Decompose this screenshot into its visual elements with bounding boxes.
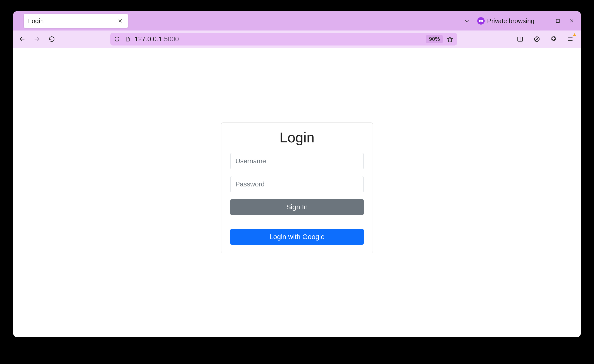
login-card: Login Sign In Login with Google	[221, 122, 373, 253]
toolbar-right-icons	[515, 34, 577, 45]
reader-view-icon[interactable]	[515, 34, 526, 45]
svg-marker-10	[447, 37, 453, 42]
browser-toolbar: 127.0.0.1:5000 90%	[13, 30, 581, 48]
login-google-button[interactable]: Login with Google	[230, 229, 364, 245]
address-port: :5000	[162, 35, 179, 43]
login-heading: Login	[230, 129, 364, 146]
notification-badge-icon	[573, 33, 576, 36]
nav-reload-button[interactable]	[46, 34, 57, 45]
browser-window: Login Private browsing	[13, 11, 581, 337]
private-browsing-indicator: Private browsing	[477, 17, 534, 25]
tab-strip: Login Private browsing	[13, 11, 581, 30]
window-minimize-button[interactable]	[540, 17, 548, 25]
tabs-dropdown-button[interactable]	[462, 16, 472, 26]
bookmark-star-icon[interactable]	[445, 34, 455, 44]
app-menu-button[interactable]	[565, 34, 576, 45]
page-viewport: Login Sign In Login with Google	[13, 48, 581, 337]
tab-title: Login	[28, 17, 44, 25]
window-maximize-button[interactable]	[554, 17, 562, 25]
signin-button[interactable]: Sign In	[230, 199, 364, 215]
window-close-button[interactable]	[567, 17, 576, 25]
tabstrip-right-controls: Private browsing	[462, 16, 578, 26]
extensions-icon[interactable]	[548, 34, 559, 45]
private-mask-icon	[477, 17, 485, 25]
page-info-icon[interactable]	[124, 35, 132, 43]
svg-point-14	[536, 38, 538, 40]
new-tab-button[interactable]	[132, 15, 143, 26]
close-tab-icon[interactable]	[117, 17, 124, 24]
private-browsing-label: Private browsing	[487, 17, 534, 25]
zoom-level-badge[interactable]: 90%	[426, 35, 443, 43]
password-input[interactable]	[230, 176, 364, 192]
nav-back-button[interactable]	[17, 34, 28, 45]
username-input[interactable]	[230, 153, 364, 169]
svg-rect-5	[556, 19, 560, 23]
address-bar[interactable]: 127.0.0.1:5000 90%	[110, 33, 457, 46]
browser-tab[interactable]: Login	[24, 14, 128, 28]
nav-forward-button[interactable]	[32, 34, 42, 45]
address-text: 127.0.0.1:5000	[134, 35, 179, 43]
screen: Login Private browsing	[0, 0, 594, 364]
account-icon[interactable]	[531, 34, 542, 45]
shield-icon[interactable]	[113, 35, 121, 43]
divider	[230, 222, 364, 222]
address-host: 127.0.0.1	[134, 35, 162, 43]
